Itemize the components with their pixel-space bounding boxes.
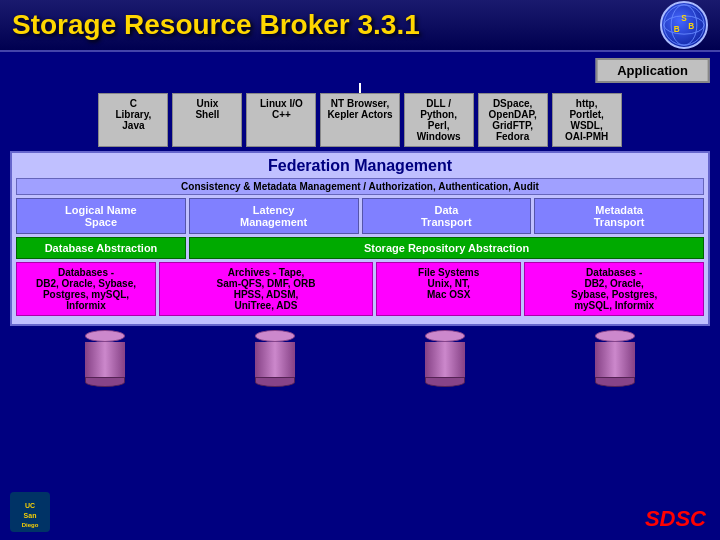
svg-text:S: S (681, 14, 687, 23)
logo-svg: S B B (662, 1, 706, 49)
ucsd-logo: UC San Diego (10, 492, 50, 532)
client-dll: DLL /Python,Perl,Windows (404, 93, 474, 147)
data-transport: DataTransport (362, 198, 532, 234)
main-content: Application CLibrary,Java UnixShell Linu… (0, 52, 720, 393)
cylinder-2 (255, 330, 295, 387)
metadata-transport: MetadataTransport (534, 198, 704, 234)
latency-management: LatencyManagement (189, 198, 359, 234)
cylinder-body-4 (595, 342, 635, 377)
cylinder-body-3 (425, 342, 465, 377)
cylinder-body-1 (85, 342, 125, 377)
cylinder-bottom-1 (85, 377, 125, 387)
cylinder-1 (85, 330, 125, 387)
logical-name-space: Logical NameSpace (16, 198, 186, 234)
federation-box: Federation Management Consistency & Meta… (10, 151, 710, 326)
application-label: Application (617, 63, 688, 78)
abstraction-row: Database Abstraction Storage Repository … (16, 237, 704, 259)
cylinder-top-1 (85, 330, 125, 342)
storage-filesystems: File SystemsUnix, NT,Mac OSX (376, 262, 521, 316)
header: Storage Resource Broker 3.3.1 S B B (0, 0, 720, 52)
cylinder-bottom-3 (425, 377, 465, 387)
cylinder-bottom-2 (255, 377, 295, 387)
storage-abstraction-label: Storage Repository Abstraction (189, 237, 704, 259)
client-row: CLibrary,Java UnixShell Linux I/OC++ NT … (10, 93, 710, 147)
storage-archives: Archives - Tape,Sam-QFS, DMF, ORBHPSS, A… (159, 262, 373, 316)
consistency-bar: Consistency & Metadata Management / Auth… (16, 178, 704, 195)
database-abstraction-label: Database Abstraction (16, 237, 186, 259)
client-c-library: CLibrary,Java (98, 93, 168, 147)
storage-databases-2: Databases -DB2, Oracle,Sybase, Postgres,… (524, 262, 704, 316)
cylinder-body-2 (255, 342, 295, 377)
cylinder-4 (595, 330, 635, 387)
cylinder-top-3 (425, 330, 465, 342)
srb-logo: S B B (660, 1, 708, 49)
svg-text:San: San (24, 512, 37, 519)
cylinder-row (10, 330, 710, 387)
cylinder-top-4 (595, 330, 635, 342)
svg-text:UC: UC (25, 502, 35, 509)
application-box: Application (595, 58, 710, 83)
svg-text:Diego: Diego (22, 522, 39, 528)
client-unix-shell: UnixShell (172, 93, 242, 147)
connector-line (359, 83, 361, 93)
storage-databases: Databases -DB2, Oracle, Sybase,Postgres,… (16, 262, 156, 316)
page-title: Storage Resource Broker 3.3.1 (12, 9, 420, 41)
cylinder-3 (425, 330, 465, 387)
management-row: Logical NameSpace LatencyManagement Data… (16, 198, 704, 234)
client-linux-io: Linux I/OC++ (246, 93, 316, 147)
ucsd-svg: UC San Diego (10, 492, 50, 532)
svg-text:B: B (674, 25, 680, 34)
cylinder-top-2 (255, 330, 295, 342)
client-nt-browser: NT Browser,Kepler Actors (320, 93, 399, 147)
storage-row: Databases -DB2, Oracle, Sybase,Postgres,… (16, 262, 704, 316)
sdsc-label: SDSC (645, 506, 706, 532)
svg-text:B: B (688, 22, 694, 31)
client-http: http,Portlet,WSDL,OAI-PMH (552, 93, 622, 147)
client-dspace: DSpace,OpenDAP,GridFTP,Fedora (478, 93, 548, 147)
federation-title: Federation Management (16, 157, 704, 175)
svg-point-0 (664, 5, 704, 45)
cylinder-bottom-4 (595, 377, 635, 387)
